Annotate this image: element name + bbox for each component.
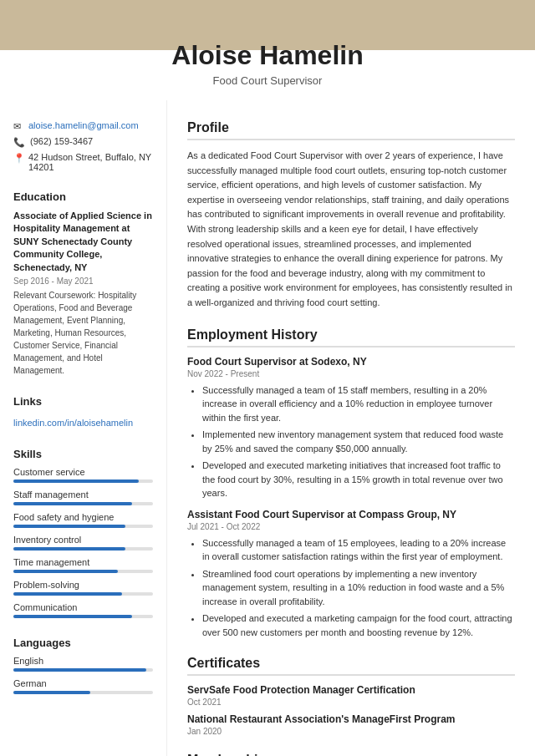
email-item: ✉ aloise.hamelin@gmail.com bbox=[13, 120, 153, 132]
skill-label: Staff management bbox=[13, 490, 153, 500]
language-bar-bg bbox=[13, 668, 153, 672]
memberships-title: Memberships bbox=[187, 753, 515, 756]
skill-label: Food safety and hygiene bbox=[13, 512, 153, 522]
job-bullet: Implemented new inventory management sys… bbox=[202, 428, 515, 455]
employment-title: Employment History bbox=[187, 327, 515, 348]
phone-text: (962) 159-3467 bbox=[30, 136, 93, 146]
language-item: English bbox=[13, 656, 153, 672]
skills-section: Skills Customer service Staff management… bbox=[13, 448, 153, 618]
employment-section: Employment History Food Court Supervisor… bbox=[187, 327, 515, 640]
cert-date: Jan 2020 bbox=[187, 727, 515, 736]
phone-icon: 📞 bbox=[13, 137, 25, 148]
job-bullets: Successfully managed a team of 15 employ… bbox=[187, 536, 515, 640]
profile-title: Profile bbox=[187, 120, 515, 140]
profile-section: Profile As a dedicated Food Court Superv… bbox=[187, 120, 515, 311]
location-icon: 📍 bbox=[13, 153, 23, 164]
job-bullets: Successfully managed a team of 15 staff … bbox=[187, 383, 515, 500]
skill-bar-fill bbox=[13, 525, 125, 528]
skill-label: Time management bbox=[13, 557, 153, 567]
main-content: Profile As a dedicated Food Court Superv… bbox=[167, 100, 535, 756]
skills-list: Customer service Staff management Food s… bbox=[13, 467, 153, 618]
skill-item: Communication bbox=[13, 602, 153, 618]
skill-bar-fill bbox=[13, 479, 139, 483]
skill-bar-bg bbox=[13, 547, 153, 551]
job-bullet: Successfully managed a team of 15 employ… bbox=[202, 536, 515, 564]
skill-label: Problem-solving bbox=[13, 580, 153, 590]
linkedin-item: linkedin.com/in/aloisehamelin bbox=[13, 414, 153, 429]
skill-bar-bg bbox=[13, 570, 153, 573]
skill-bar-bg bbox=[13, 615, 153, 618]
skill-item: Staff management bbox=[13, 490, 153, 505]
address-text: 42 Hudson Street, Buffalo, NY 14201 bbox=[28, 152, 153, 172]
cert-date: Oct 2021 bbox=[187, 698, 515, 707]
cert-item: National Restaurant Association's Manage… bbox=[187, 713, 515, 736]
skill-bar-bg bbox=[13, 525, 153, 528]
phone-item: 📞 (962) 159-3467 bbox=[13, 136, 153, 148]
language-bar-bg bbox=[13, 691, 153, 694]
resume-container: Aloise Hamelin Food Court Supervisor ✉ a… bbox=[0, 0, 535, 756]
memberships-section: Memberships National Restaurant Associat… bbox=[187, 753, 515, 756]
skill-bar-bg bbox=[13, 592, 153, 596]
jobs-list: Food Court Supervisor at Sodexo, NY Nov … bbox=[187, 356, 515, 640]
certificates-section: Certificates ServSafe Food Protection Ma… bbox=[187, 656, 515, 736]
skill-bar-fill bbox=[13, 547, 125, 551]
certs-list: ServSafe Food Protection Manager Certifi… bbox=[187, 684, 515, 736]
resume-header: Aloise Hamelin Food Court Supervisor bbox=[0, 0, 535, 100]
skill-item: Problem-solving bbox=[13, 580, 153, 596]
applicant-name: Aloise Hamelin bbox=[17, 40, 518, 71]
skill-bar-fill bbox=[13, 570, 118, 573]
job-item: Assistant Food Court Supervisor at Compa… bbox=[187, 509, 515, 640]
certificates-title: Certificates bbox=[187, 656, 515, 676]
language-bar-fill bbox=[13, 691, 90, 694]
skills-section-title: Skills bbox=[13, 448, 153, 460]
language-label: English bbox=[13, 656, 153, 666]
languages-list: English German bbox=[13, 656, 153, 694]
job-bullet: Streamlined food court operations by imp… bbox=[202, 567, 515, 609]
links-section-title: Links bbox=[13, 395, 153, 408]
education-dates: Sep 2016 - May 2021 bbox=[13, 277, 153, 286]
language-bar-fill bbox=[13, 668, 146, 672]
job-title: Food Court Supervisor at Sodexo, NY bbox=[187, 356, 515, 368]
languages-section-title: Languages bbox=[13, 637, 153, 649]
education-coursework: Relevant Coursework: Hospitality Operati… bbox=[13, 289, 153, 377]
skill-item: Inventory control bbox=[13, 535, 153, 551]
education-section: Education Associate of Applied Science i… bbox=[13, 190, 153, 377]
contact-section: ✉ aloise.hamelin@gmail.com 📞 (962) 159-3… bbox=[13, 120, 153, 172]
cert-title: ServSafe Food Protection Manager Certifi… bbox=[187, 684, 515, 696]
job-dates: Nov 2022 - Present bbox=[187, 369, 515, 378]
linkedin-link[interactable]: linkedin.com/in/aloisehamelin bbox=[13, 418, 133, 428]
job-dates: Jul 2021 - Oct 2022 bbox=[187, 522, 515, 531]
sidebar: ✉ aloise.hamelin@gmail.com 📞 (962) 159-3… bbox=[0, 100, 167, 756]
job-item: Food Court Supervisor at Sodexo, NY Nov … bbox=[187, 356, 515, 500]
profile-text: As a dedicated Food Court Supervisor wit… bbox=[187, 149, 515, 311]
skill-label: Inventory control bbox=[13, 535, 153, 545]
skill-item: Food safety and hygiene bbox=[13, 512, 153, 528]
skill-bar-fill bbox=[13, 615, 132, 618]
language-label: German bbox=[13, 678, 153, 688]
skill-item: Customer service bbox=[13, 467, 153, 483]
skill-bar-fill bbox=[13, 502, 132, 505]
language-item: German bbox=[13, 678, 153, 694]
email-icon: ✉ bbox=[13, 121, 23, 132]
skill-label: Customer service bbox=[13, 467, 153, 477]
skill-label: Communication bbox=[13, 602, 153, 612]
skill-bar-bg bbox=[13, 502, 153, 505]
job-bullet: Successfully managed a team of 15 staff … bbox=[202, 383, 515, 425]
email-link[interactable]: aloise.hamelin@gmail.com bbox=[28, 120, 139, 130]
job-bullet: Developed and executed a marketing campa… bbox=[202, 611, 515, 639]
applicant-title: Food Court Supervisor bbox=[17, 74, 518, 87]
resume-body: ✉ aloise.hamelin@gmail.com 📞 (962) 159-3… bbox=[0, 100, 535, 756]
skill-item: Time management bbox=[13, 557, 153, 573]
cert-title: National Restaurant Association's Manage… bbox=[187, 713, 515, 725]
education-section-title: Education bbox=[13, 190, 153, 203]
skill-bar-bg bbox=[13, 479, 153, 483]
languages-section: Languages English German bbox=[13, 637, 153, 694]
job-title: Assistant Food Court Supervisor at Compa… bbox=[187, 509, 515, 520]
education-degree: Associate of Applied Science in Hospital… bbox=[13, 210, 153, 274]
address-item: 📍 42 Hudson Street, Buffalo, NY 14201 bbox=[13, 152, 153, 172]
cert-item: ServSafe Food Protection Manager Certifi… bbox=[187, 684, 515, 707]
skill-bar-fill bbox=[13, 592, 122, 596]
job-bullet: Developed and executed marketing initiat… bbox=[202, 459, 515, 500]
links-section: Links linkedin.com/in/aloisehamelin bbox=[13, 395, 153, 429]
